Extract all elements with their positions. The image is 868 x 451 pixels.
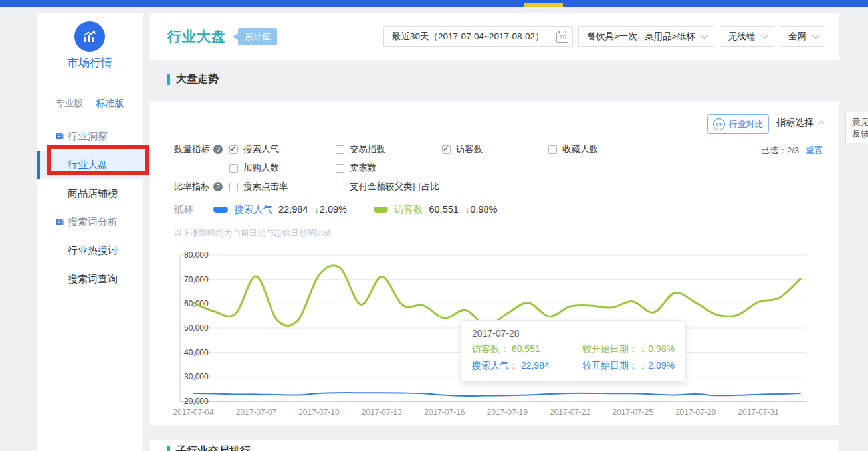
- tooltip-compare: 较开始日期： ↓ 2.09%: [582, 360, 675, 372]
- checkbox-label: 搜索点击率: [243, 181, 288, 193]
- x-axis-label: 2017-07-16: [424, 408, 465, 417]
- y-axis-label: 30,000: [184, 372, 209, 381]
- y-axis-label: 50,000: [184, 323, 209, 333]
- feedback-button[interactable]: 意见 反馈: [845, 112, 868, 143]
- sidebar-item-5[interactable]: 搜索词查询: [37, 265, 143, 294]
- tooltip-compare-label: 较开始日期：: [582, 343, 641, 354]
- reset-link[interactable]: 重置: [806, 145, 823, 155]
- y-axis-label: 70,000: [184, 275, 209, 284]
- indicator-checkbox-0-1[interactable]: 交易指数: [336, 143, 385, 155]
- sidebar-version-tabs: 专业版标准版: [37, 84, 143, 113]
- page-title: 行业大盘: [167, 27, 226, 46]
- checkbox[interactable]: [229, 183, 238, 191]
- active-tab-indicator: [524, 3, 563, 7]
- legend-series-name: 搜索人气: [234, 203, 272, 216]
- checkbox-label: 交易指数: [350, 143, 385, 155]
- legend-entry-0[interactable]: 搜索人气22,984↓2.09%: [213, 203, 347, 216]
- selected-count: 已选：2/3重置: [761, 145, 823, 157]
- x-axis-label: 2017-07-19: [487, 408, 528, 417]
- indicator-checkbox-0-0[interactable]: 搜索人气: [229, 143, 279, 155]
- indicator-checkbox-0-3[interactable]: 收藏人数: [548, 143, 598, 155]
- indicator-row: 加购人数卖家数: [150, 159, 839, 178]
- tooltip-series-value: 访客数： 60,551: [472, 343, 540, 355]
- sidebar-tab-standard[interactable]: 标准版: [96, 98, 124, 110]
- tooltip-compare-label: 较开始日期：: [582, 360, 641, 371]
- checkbox-label: 收藏人数: [562, 143, 598, 155]
- x-axis-label: 2017-07-10: [298, 408, 340, 417]
- tooltip-change: 0.98%: [645, 343, 675, 354]
- sidebar-item-3[interactable]: 搜索词分析: [37, 208, 143, 236]
- industry-compare-button[interactable]: vs 行业对比: [707, 114, 769, 134]
- legend-entry-1[interactable]: 访客数60,551↓0.98%: [374, 203, 497, 216]
- checkbox[interactable]: [336, 164, 344, 173]
- calendar-icon: 15: [556, 33, 568, 43]
- y-axis-label: 40,000: [184, 348, 209, 357]
- calendar-button[interactable]: 15: [552, 27, 572, 46]
- checkbox-label: 卖家数: [350, 162, 377, 174]
- section-title-trend: 大盘走势: [167, 72, 219, 86]
- sidebar-tab-pro[interactable]: 专业版: [56, 98, 84, 110]
- sidebar-item-label: 搜索词分析: [68, 216, 118, 228]
- indicator-group-label-text: 比率指标: [174, 181, 210, 193]
- indicator-checkbox-0-2[interactable]: 访客数: [442, 143, 483, 155]
- y-axis-label: 80,000: [184, 250, 209, 260]
- x-axis-label: 2017-07-13: [362, 408, 403, 417]
- section-accent-bar: [167, 446, 170, 451]
- checkbox[interactable]: [336, 183, 344, 191]
- indicator-row: 比率指标?搜索点击率支付金额较父类目占比: [150, 178, 839, 197]
- scope-dropdown[interactable]: 全网: [780, 26, 825, 47]
- down-arrow-icon: ↓: [314, 205, 319, 215]
- help-icon[interactable]: ?: [213, 182, 223, 191]
- series-line-search: [193, 393, 800, 396]
- indicator-checkbox-1-1[interactable]: 卖家数: [336, 162, 377, 174]
- sidebar-item-label: 商品店铺榜: [68, 187, 118, 200]
- tooltip-row: 搜索人气： 22,984较开始日期： ↓ 2.09%: [472, 360, 675, 372]
- series-line-visitors: [193, 266, 800, 326]
- sidebar-item-2[interactable]: 商品店铺榜: [37, 179, 143, 208]
- tooltip-change: 2.09%: [645, 360, 675, 371]
- sidebar: 市场行情 专业版标准版 行业洞察行业大盘商品店铺榜搜索词分析行业热搜词搜索词查询: [37, 13, 143, 451]
- down-arrow-icon: ↓: [641, 361, 645, 371]
- terminal-dropdown[interactable]: 无线端: [720, 26, 775, 47]
- book-icon: [56, 132, 65, 143]
- tooltip-row: 访客数： 60,551较开始日期： ↓ 0.98%: [472, 343, 675, 355]
- legend-category: 纸杯: [174, 203, 193, 216]
- cumulative-badge: 累计值: [233, 28, 277, 45]
- section-title-ranking: 子行业交易排行: [167, 444, 251, 451]
- market-chart-icon: [74, 21, 105, 52]
- legend-series-change: 2.09%: [320, 204, 347, 215]
- badge-arrow: [233, 33, 238, 40]
- indicator-group-label: 数量指标?: [174, 143, 223, 155]
- legend-pill: [374, 207, 388, 213]
- help-icon[interactable]: ?: [213, 145, 223, 154]
- legend-pill: [213, 207, 228, 213]
- indicator-select-toggle[interactable]: 指标选择: [776, 117, 824, 129]
- checkbox-checked[interactable]: [442, 145, 451, 154]
- checkbox-label: 加购人数: [243, 162, 279, 174]
- x-axis-label: 2017-07-04: [173, 408, 214, 417]
- date-range-button[interactable]: 最近30天（2017-07-04~2017-08-02） 15: [383, 26, 574, 47]
- sidebar-item-label: 搜索词查询: [68, 273, 118, 286]
- sidebar-item-label: 行业热搜词: [68, 244, 118, 257]
- top-nav-bar: [0, 0, 868, 7]
- checkbox[interactable]: [548, 145, 557, 154]
- down-arrow-icon: ↓: [465, 205, 470, 215]
- app-root: 市场行情 专业版标准版 行业洞察行业大盘商品店铺榜搜索词分析行业热搜词搜索词查询…: [0, 0, 868, 451]
- indicator-checkbox-2-0[interactable]: 搜索点击率: [229, 181, 288, 193]
- indicator-checkbox-2-1[interactable]: 支付金额较父类目占比: [336, 181, 439, 193]
- legend-series-name: 访客数: [394, 203, 423, 216]
- annotation-highlight-box: [47, 145, 149, 175]
- scope-text: 全网: [780, 31, 814, 43]
- checkbox-checked[interactable]: [229, 145, 238, 154]
- header-controls: 最近30天（2017-07-04~2017-08-02） 15 餐饮具>一次..…: [383, 26, 825, 47]
- indicator-row: 数量指标?搜索人气交易指数访客数收藏人数: [150, 141, 839, 159]
- sidebar-item-4[interactable]: 行业热搜词: [37, 236, 143, 265]
- checkbox-label: 搜索人气: [243, 143, 279, 155]
- checkbox[interactable]: [336, 145, 344, 154]
- app-title: 市场行情: [37, 55, 143, 70]
- trend-panel: vs 行业对比 指标选择 数量指标?搜索人气交易指数访客数收藏人数加购人数卖家数…: [150, 101, 839, 425]
- category-dropdown[interactable]: 餐饮具>一次...桌用品>纸杯: [578, 26, 714, 47]
- category-text: 餐饮具>一次...桌用品>纸杯: [579, 31, 703, 43]
- indicator-checkbox-1-0[interactable]: 加购人数: [229, 162, 279, 174]
- checkbox[interactable]: [229, 164, 238, 173]
